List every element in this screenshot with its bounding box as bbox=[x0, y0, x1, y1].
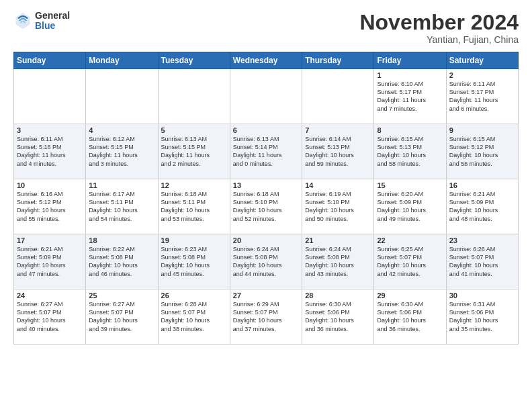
table-row: 16Sunrise: 6:21 AMSunset: 5:09 PMDayligh… bbox=[446, 179, 518, 234]
table-row: 29Sunrise: 6:30 AMSunset: 5:06 PMDayligh… bbox=[374, 289, 446, 345]
table-row: 24Sunrise: 6:27 AMSunset: 5:07 PMDayligh… bbox=[14, 289, 86, 345]
day-number: 27 bbox=[233, 291, 299, 300]
calendar-week-row: 10Sunrise: 6:16 AMSunset: 5:12 PMDayligh… bbox=[14, 179, 519, 234]
day-number: 19 bbox=[161, 236, 227, 244]
day-number: 6 bbox=[233, 126, 299, 134]
table-row: 5Sunrise: 6:13 AMSunset: 5:15 PMDaylight… bbox=[158, 124, 230, 179]
day-number: 25 bbox=[89, 291, 154, 300]
cell-info: Sunrise: 6:21 AMSunset: 5:09 PMDaylight:… bbox=[17, 245, 83, 278]
day-number: 16 bbox=[449, 181, 515, 189]
title-block: November 2024 Yantian, Fujian, China bbox=[359, 11, 519, 45]
cell-info: Sunrise: 6:16 AMSunset: 5:12 PMDaylight:… bbox=[17, 190, 83, 223]
day-number: 4 bbox=[89, 126, 154, 134]
table-row: 20Sunrise: 6:24 AMSunset: 5:08 PMDayligh… bbox=[230, 234, 302, 289]
day-number: 13 bbox=[233, 181, 299, 189]
cell-info: Sunrise: 6:27 AMSunset: 5:07 PMDaylight:… bbox=[89, 300, 154, 333]
day-number: 9 bbox=[449, 126, 515, 134]
cell-info: Sunrise: 6:18 AMSunset: 5:11 PMDaylight:… bbox=[161, 190, 227, 223]
table-row bbox=[302, 69, 374, 124]
day-number: 22 bbox=[377, 236, 443, 244]
cell-info: Sunrise: 6:24 AMSunset: 5:08 PMDaylight:… bbox=[305, 245, 371, 278]
table-row: 28Sunrise: 6:30 AMSunset: 5:06 PMDayligh… bbox=[302, 289, 374, 345]
cell-info: Sunrise: 6:28 AMSunset: 5:07 PMDaylight:… bbox=[161, 300, 227, 333]
logo-text: General Blue bbox=[35, 11, 70, 32]
cell-info: Sunrise: 6:27 AMSunset: 5:07 PMDaylight:… bbox=[17, 300, 83, 333]
day-number: 7 bbox=[305, 126, 371, 134]
cell-info: Sunrise: 6:30 AMSunset: 5:06 PMDaylight:… bbox=[377, 300, 443, 333]
calendar-week-row: 24Sunrise: 6:27 AMSunset: 5:07 PMDayligh… bbox=[14, 289, 519, 345]
logo-blue-text: Blue bbox=[35, 21, 70, 31]
col-thursday: Thursday bbox=[302, 52, 374, 69]
table-row: 11Sunrise: 6:17 AMSunset: 5:11 PMDayligh… bbox=[86, 179, 158, 234]
table-row: 7Sunrise: 6:14 AMSunset: 5:13 PMDaylight… bbox=[302, 124, 374, 179]
table-row bbox=[86, 69, 158, 124]
cell-info: Sunrise: 6:25 AMSunset: 5:07 PMDaylight:… bbox=[377, 245, 443, 278]
day-number: 24 bbox=[17, 291, 83, 300]
table-row bbox=[230, 69, 302, 124]
day-number: 3 bbox=[17, 126, 83, 134]
day-number: 11 bbox=[89, 181, 154, 189]
day-number: 29 bbox=[377, 291, 443, 300]
day-number: 17 bbox=[17, 236, 83, 244]
cell-info: Sunrise: 6:13 AMSunset: 5:14 PMDaylight:… bbox=[233, 135, 299, 168]
day-number: 18 bbox=[89, 236, 154, 244]
cell-info: Sunrise: 6:24 AMSunset: 5:08 PMDaylight:… bbox=[233, 245, 299, 278]
table-row: 3Sunrise: 6:11 AMSunset: 5:16 PMDaylight… bbox=[14, 124, 86, 179]
cell-info: Sunrise: 6:11 AMSunset: 5:16 PMDaylight:… bbox=[17, 135, 83, 168]
col-wednesday: Wednesday bbox=[230, 52, 302, 69]
table-row: 8Sunrise: 6:15 AMSunset: 5:13 PMDaylight… bbox=[374, 124, 446, 179]
day-number: 1 bbox=[377, 71, 443, 79]
table-row: 23Sunrise: 6:26 AMSunset: 5:07 PMDayligh… bbox=[446, 234, 518, 289]
calendar-week-row: 1Sunrise: 6:10 AMSunset: 5:17 PMDaylight… bbox=[14, 69, 519, 124]
calendar-table: Sunday Monday Tuesday Wednesday Thursday… bbox=[13, 52, 519, 345]
col-monday: Monday bbox=[86, 52, 158, 69]
table-row bbox=[158, 69, 230, 124]
header: General Blue November 2024 Yantian, Fuji… bbox=[13, 11, 519, 45]
day-number: 12 bbox=[161, 181, 227, 189]
day-number: 28 bbox=[305, 291, 371, 300]
day-number: 21 bbox=[305, 236, 371, 244]
cell-info: Sunrise: 6:26 AMSunset: 5:07 PMDaylight:… bbox=[449, 245, 515, 278]
day-number: 14 bbox=[305, 181, 371, 189]
cell-info: Sunrise: 6:12 AMSunset: 5:15 PMDaylight:… bbox=[89, 135, 154, 168]
table-row: 25Sunrise: 6:27 AMSunset: 5:07 PMDayligh… bbox=[86, 289, 158, 345]
logo-general-text: General bbox=[35, 11, 70, 21]
cell-info: Sunrise: 6:23 AMSunset: 5:08 PMDaylight:… bbox=[161, 245, 227, 278]
day-number: 15 bbox=[377, 181, 443, 189]
cell-info: Sunrise: 6:13 AMSunset: 5:15 PMDaylight:… bbox=[161, 135, 227, 168]
table-row: 17Sunrise: 6:21 AMSunset: 5:09 PMDayligh… bbox=[14, 234, 86, 289]
table-row: 27Sunrise: 6:29 AMSunset: 5:07 PMDayligh… bbox=[230, 289, 302, 345]
cell-info: Sunrise: 6:11 AMSunset: 5:17 PMDaylight:… bbox=[449, 80, 515, 113]
cell-info: Sunrise: 6:30 AMSunset: 5:06 PMDaylight:… bbox=[305, 300, 371, 333]
month-title: November 2024 bbox=[359, 11, 519, 34]
col-sunday: Sunday bbox=[14, 52, 86, 69]
logo: General Blue bbox=[13, 11, 70, 32]
table-row: 14Sunrise: 6:19 AMSunset: 5:10 PMDayligh… bbox=[302, 179, 374, 234]
table-row: 21Sunrise: 6:24 AMSunset: 5:08 PMDayligh… bbox=[302, 234, 374, 289]
logo-icon bbox=[13, 11, 32, 30]
page: General Blue November 2024 Yantian, Fuji… bbox=[0, 0, 532, 411]
cell-info: Sunrise: 6:29 AMSunset: 5:07 PMDaylight:… bbox=[233, 300, 299, 333]
day-number: 5 bbox=[161, 126, 227, 134]
day-number: 10 bbox=[17, 181, 83, 189]
day-number: 2 bbox=[449, 71, 515, 79]
table-row: 6Sunrise: 6:13 AMSunset: 5:14 PMDaylight… bbox=[230, 124, 302, 179]
table-row: 15Sunrise: 6:20 AMSunset: 5:09 PMDayligh… bbox=[374, 179, 446, 234]
table-row: 4Sunrise: 6:12 AMSunset: 5:15 PMDaylight… bbox=[86, 124, 158, 179]
location-subtitle: Yantian, Fujian, China bbox=[359, 34, 519, 45]
cell-info: Sunrise: 6:17 AMSunset: 5:11 PMDaylight:… bbox=[89, 190, 154, 223]
table-row: 9Sunrise: 6:15 AMSunset: 5:12 PMDaylight… bbox=[446, 124, 518, 179]
cell-info: Sunrise: 6:22 AMSunset: 5:08 PMDaylight:… bbox=[89, 245, 154, 278]
table-row: 1Sunrise: 6:10 AMSunset: 5:17 PMDaylight… bbox=[374, 69, 446, 124]
cell-info: Sunrise: 6:10 AMSunset: 5:17 PMDaylight:… bbox=[377, 80, 443, 113]
cell-info: Sunrise: 6:14 AMSunset: 5:13 PMDaylight:… bbox=[305, 135, 371, 168]
cell-info: Sunrise: 6:31 AMSunset: 5:06 PMDaylight:… bbox=[449, 300, 515, 333]
day-number: 23 bbox=[449, 236, 515, 244]
table-row: 13Sunrise: 6:18 AMSunset: 5:10 PMDayligh… bbox=[230, 179, 302, 234]
cell-info: Sunrise: 6:21 AMSunset: 5:09 PMDaylight:… bbox=[449, 190, 515, 223]
calendar-header-row: Sunday Monday Tuesday Wednesday Thursday… bbox=[14, 52, 519, 69]
cell-info: Sunrise: 6:19 AMSunset: 5:10 PMDaylight:… bbox=[305, 190, 371, 223]
table-row: 2Sunrise: 6:11 AMSunset: 5:17 PMDaylight… bbox=[446, 69, 518, 124]
day-number: 8 bbox=[377, 126, 443, 134]
table-row: 22Sunrise: 6:25 AMSunset: 5:07 PMDayligh… bbox=[374, 234, 446, 289]
